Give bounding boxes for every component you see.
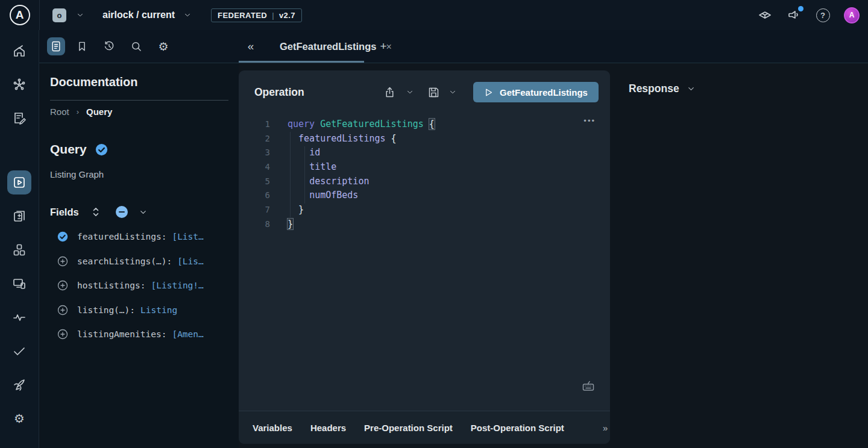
announcements-megaphone-icon[interactable] [786,7,802,23]
add-field-plus-icon[interactable] [57,256,68,267]
run-operation-button[interactable]: GetFeaturedListings [473,82,599,102]
graph-cube-icon[interactable] [757,7,773,23]
line-number: 1 [239,117,270,132]
graph-selector[interactable]: airlock / current [102,10,192,20]
topbar-actions: ? A [757,0,860,30]
keyboard-shortcuts-icon[interactable] [581,378,596,393]
remove-all-fields-button[interactable] [116,206,128,218]
tab-pre-operation-script[interactable]: Pre-Operation Script [364,423,453,433]
help-button[interactable]: ? [815,7,831,23]
doc-panel-bookmark-icon[interactable] [73,37,91,55]
help-icon: ? [816,8,830,22]
code-line: id [288,146,435,160]
documentation-title: Documentation [50,75,138,89]
org-chevron-down-icon[interactable] [76,11,84,19]
operation-bottom-tabs: VariablesHeadersPre-Operation ScriptPost… [239,411,610,444]
fields-collapse-chevron-icon[interactable] [139,208,148,217]
nav-clients-icon[interactable] [7,272,31,296]
field-type-link[interactable]: [Amen… [172,329,203,339]
field-added-check-icon[interactable] [57,231,68,242]
variant-version: v2.7 [279,11,295,20]
main-area: Operation GetFeaturedListings [239,63,868,448]
tab-post-operation-script[interactable]: Post-Operation Script [471,423,564,433]
editor-options-menu-icon[interactable]: ••• [583,116,596,125]
field-type-link[interactable]: Listing [140,305,177,315]
share-chevron-down-icon[interactable] [406,88,414,96]
nav-explorer-icon[interactable] [7,170,31,194]
type-heading: Query [50,142,108,157]
nav-launches-icon[interactable] [7,373,31,397]
editor-gutter: 12345678 [239,117,270,232]
line-number: 3 [239,146,270,160]
field-row[interactable]: featuredListings:[List… [39,225,239,249]
sidebar-expand-icon[interactable]: » [7,446,31,448]
field-type-link[interactable]: [List… [172,232,203,241]
nav-checks-diff-icon[interactable] [7,204,31,228]
nav-checks-icon[interactable] [7,339,31,363]
field-name: listingAmenities: [77,329,166,339]
field-row[interactable]: hostListings:[Listing!… [39,273,239,298]
nav-home-icon[interactable] [7,39,31,63]
line-number: 8 [239,217,270,232]
graph-chevron-down-icon [183,11,192,19]
field-name: listing(…): [77,305,135,315]
doc-panel-search-icon[interactable] [127,37,145,55]
variant-badge: FEDERATED | v2.7 [211,8,302,22]
tab-strip: ⚙ « GetFeaturedListings × + [39,30,868,63]
field-name: searchListings(…): [77,257,172,266]
response-chevron-down-icon [687,84,696,93]
fields-sort-icon[interactable] [92,207,100,217]
field-row[interactable]: searchListings(…):[Lis… [39,249,239,274]
user-avatar[interactable]: A [844,7,860,23]
add-field-plus-icon[interactable] [57,329,68,340]
doc-panel-settings-gear-icon[interactable]: ⚙ [154,37,172,55]
operation-tab-label: GetFeaturedListings [280,41,376,52]
code-line: numOfBeds [288,188,435,203]
response-header[interactable]: Response [629,82,696,95]
code-line: query GetFeaturedListings { [288,117,435,132]
field-name: featuredListings: [77,232,166,241]
editor-code[interactable]: query GetFeaturedListings { featuredList… [288,117,435,232]
nav-schema-graph-icon[interactable] [7,73,31,97]
fields-list: featuredListings:[List…searchListings(…)… [39,225,239,347]
run-button-label: GetFeaturedListings [500,87,588,98]
add-field-plus-icon[interactable] [57,280,68,291]
line-number: 4 [239,160,270,175]
operation-tab[interactable]: GetFeaturedListings × [239,30,392,63]
bottom-tabs-overflow-chevron-icon[interactable]: » [603,423,608,433]
topbar-divider [39,0,40,30]
field-type-link[interactable]: [Lis… [177,257,204,266]
save-icon[interactable] [427,86,440,99]
save-chevron-down-icon[interactable] [448,88,457,96]
nav-changelog-icon[interactable] [7,106,31,130]
add-field-plus-icon[interactable] [57,305,68,316]
breadcrumb: Root › Query [50,107,112,117]
field-type-link[interactable]: [Listing!… [151,281,204,290]
main-nav-sidebar: ⚙ » [0,30,39,448]
line-number: 6 [239,188,270,203]
documentation-panel: Documentation Root › Query Query Listing… [39,63,239,448]
share-icon[interactable] [383,86,396,99]
operation-editor[interactable]: 12345678 query GetFeaturedListings { fea… [239,114,610,411]
nav-settings-gear-icon[interactable]: ⚙ [7,406,31,431]
tab-variables[interactable]: Variables [253,423,292,433]
breadcrumb-root[interactable]: Root [50,107,69,117]
play-icon [484,88,493,97]
operation-header: Operation GetFeaturedListings [239,70,610,114]
org-badge[interactable]: o [52,8,66,22]
doc-panel-documentation-icon[interactable] [47,37,65,55]
field-name: hostListings: [77,281,146,290]
apollo-logo-icon: A [10,5,30,25]
doc-panel-history-icon[interactable] [100,37,118,55]
new-tab-button[interactable]: + [376,39,391,54]
tab-headers[interactable]: Headers [310,423,346,433]
nav-subgraphs-icon[interactable] [7,238,31,262]
field-row[interactable]: listingAmenities:[Amen… [39,322,239,347]
apollo-logo-button[interactable]: A [0,5,39,25]
type-name: Query [50,142,87,157]
field-row[interactable]: listing(…):Listing [39,298,239,323]
code-line: featuredListings { [288,132,435,146]
nav-insights-icon[interactable] [7,305,31,329]
line-number: 5 [239,175,270,189]
code-line: } [288,217,435,232]
